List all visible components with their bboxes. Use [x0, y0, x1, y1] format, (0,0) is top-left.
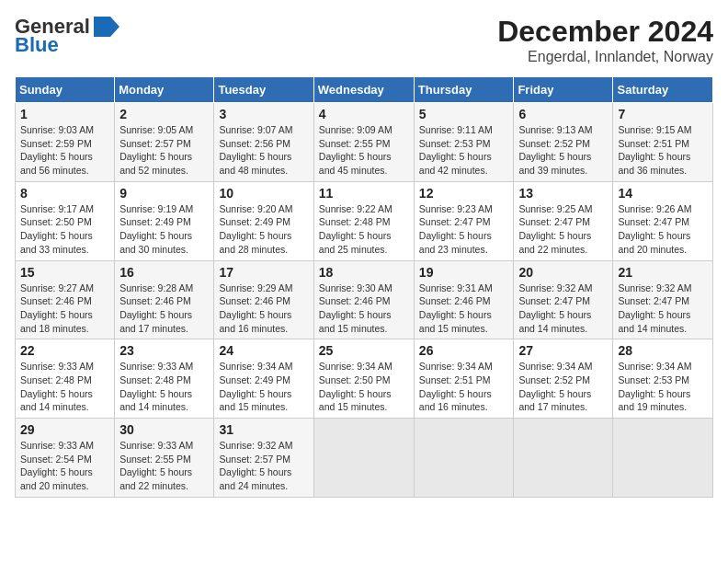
- calendar-day-cell: 2Sunrise: 9:05 AM Sunset: 2:57 PM Daylig…: [115, 103, 214, 182]
- calendar-day-cell: 16Sunrise: 9:28 AM Sunset: 2:46 PM Dayli…: [115, 260, 214, 339]
- day-number: 5: [419, 107, 509, 121]
- day-info: Sunrise: 9:33 AM Sunset: 2:48 PM Dayligh…: [119, 360, 209, 414]
- logo-arrow-icon: [94, 17, 119, 37]
- title-block: December 2024 Engerdal, Innlandet, Norwa…: [497, 15, 713, 65]
- day-info: Sunrise: 9:34 AM Sunset: 2:51 PM Dayligh…: [419, 360, 509, 414]
- day-number: 6: [518, 107, 608, 121]
- day-number: 22: [20, 343, 109, 358]
- weekday-header: Tuesday: [214, 77, 313, 103]
- calendar-day-cell: 7Sunrise: 9:15 AM Sunset: 2:51 PM Daylig…: [613, 103, 713, 182]
- day-number: 16: [119, 265, 209, 280]
- day-number: 4: [319, 107, 409, 121]
- calendar-day-cell: 23Sunrise: 9:33 AM Sunset: 2:48 PM Dayli…: [115, 339, 214, 419]
- calendar-day-cell: 21Sunrise: 9:32 AM Sunset: 2:47 PM Dayli…: [613, 260, 713, 339]
- calendar-day-cell: [414, 419, 514, 498]
- calendar-day-cell: 15Sunrise: 9:27 AM Sunset: 2:46 PM Dayli…: [16, 260, 115, 339]
- day-number: 28: [618, 343, 708, 358]
- day-info: Sunrise: 9:07 AM Sunset: 2:56 PM Dayligh…: [219, 123, 308, 178]
- day-number: 31: [219, 422, 308, 437]
- calendar-day-cell: 22Sunrise: 9:33 AM Sunset: 2:48 PM Dayli…: [16, 339, 115, 419]
- calendar-day-cell: [613, 419, 713, 498]
- day-info: Sunrise: 9:17 AM Sunset: 2:50 PM Dayligh…: [20, 202, 109, 257]
- day-number: 2: [119, 107, 209, 121]
- day-number: 14: [618, 186, 708, 201]
- calendar-week-row: 22Sunrise: 9:33 AM Sunset: 2:48 PM Dayli…: [16, 339, 713, 419]
- calendar-day-cell: 27Sunrise: 9:34 AM Sunset: 2:52 PM Dayli…: [514, 339, 613, 419]
- day-number: 13: [518, 186, 608, 201]
- day-info: Sunrise: 9:15 AM Sunset: 2:51 PM Dayligh…: [618, 123, 708, 178]
- day-info: Sunrise: 9:32 AM Sunset: 2:57 PM Dayligh…: [219, 439, 308, 493]
- calendar-header: SundayMondayTuesdayWednesdayThursdayFrid…: [16, 77, 713, 103]
- day-number: 27: [518, 343, 608, 358]
- calendar-day-cell: 30Sunrise: 9:33 AM Sunset: 2:55 PM Dayli…: [115, 419, 214, 498]
- day-info: Sunrise: 9:11 AM Sunset: 2:53 PM Dayligh…: [419, 123, 509, 178]
- calendar-day-cell: 3Sunrise: 9:07 AM Sunset: 2:56 PM Daylig…: [214, 103, 313, 182]
- calendar-day-cell: 19Sunrise: 9:31 AM Sunset: 2:46 PM Dayli…: [414, 260, 514, 339]
- calendar-day-cell: [313, 419, 414, 498]
- day-number: 1: [20, 107, 109, 121]
- calendar-day-cell: 25Sunrise: 9:34 AM Sunset: 2:50 PM Dayli…: [313, 339, 414, 419]
- day-info: Sunrise: 9:34 AM Sunset: 2:49 PM Dayligh…: [219, 360, 308, 414]
- weekday-header: Friday: [514, 77, 613, 103]
- day-info: Sunrise: 9:33 AM Sunset: 2:55 PM Dayligh…: [119, 439, 209, 493]
- calendar-week-row: 29Sunrise: 9:33 AM Sunset: 2:54 PM Dayli…: [16, 419, 713, 498]
- day-info: Sunrise: 9:23 AM Sunset: 2:47 PM Dayligh…: [419, 202, 509, 257]
- weekday-header: Saturday: [613, 77, 713, 103]
- weekday-header: Monday: [115, 77, 214, 103]
- day-number: 18: [319, 265, 409, 280]
- logo: General Blue: [15, 15, 119, 57]
- calendar-day-cell: 8Sunrise: 9:17 AM Sunset: 2:50 PM Daylig…: [16, 181, 115, 260]
- calendar-day-cell: 1Sunrise: 9:03 AM Sunset: 2:59 PM Daylig…: [16, 103, 115, 182]
- calendar-day-cell: 17Sunrise: 9:29 AM Sunset: 2:46 PM Dayli…: [214, 260, 313, 339]
- calendar-day-cell: 24Sunrise: 9:34 AM Sunset: 2:49 PM Dayli…: [214, 339, 313, 419]
- calendar-day-cell: 9Sunrise: 9:19 AM Sunset: 2:49 PM Daylig…: [115, 181, 214, 260]
- calendar-day-cell: 31Sunrise: 9:32 AM Sunset: 2:57 PM Dayli…: [214, 419, 313, 498]
- day-number: 15: [20, 265, 109, 280]
- day-number: 12: [419, 186, 509, 201]
- day-info: Sunrise: 9:03 AM Sunset: 2:59 PM Dayligh…: [20, 123, 109, 178]
- day-info: Sunrise: 9:28 AM Sunset: 2:46 PM Dayligh…: [119, 282, 209, 336]
- day-number: 19: [419, 265, 509, 280]
- calendar-day-cell: 11Sunrise: 9:22 AM Sunset: 2:48 PM Dayli…: [313, 181, 414, 260]
- day-number: 24: [219, 343, 308, 358]
- day-info: Sunrise: 9:33 AM Sunset: 2:54 PM Dayligh…: [20, 439, 109, 493]
- page-subtitle: Engerdal, Innlandet, Norway: [497, 49, 713, 65]
- day-number: 20: [518, 265, 608, 280]
- weekday-header: Wednesday: [313, 77, 414, 103]
- day-number: 29: [20, 422, 109, 437]
- day-info: Sunrise: 9:34 AM Sunset: 2:53 PM Dayligh…: [618, 360, 708, 414]
- day-number: 17: [219, 265, 308, 280]
- calendar-day-cell: 5Sunrise: 9:11 AM Sunset: 2:53 PM Daylig…: [414, 103, 514, 182]
- page-title: December 2024: [497, 15, 713, 49]
- day-info: Sunrise: 9:32 AM Sunset: 2:47 PM Dayligh…: [618, 282, 708, 336]
- day-info: Sunrise: 9:31 AM Sunset: 2:46 PM Dayligh…: [419, 282, 509, 336]
- calendar-week-row: 8Sunrise: 9:17 AM Sunset: 2:50 PM Daylig…: [16, 181, 713, 260]
- weekday-header: Thursday: [414, 77, 514, 103]
- day-info: Sunrise: 9:30 AM Sunset: 2:46 PM Dayligh…: [319, 282, 409, 336]
- day-number: 25: [319, 343, 409, 358]
- calendar-table: SundayMondayTuesdayWednesdayThursdayFrid…: [15, 76, 713, 498]
- calendar-day-cell: 26Sunrise: 9:34 AM Sunset: 2:51 PM Dayli…: [414, 339, 514, 419]
- calendar-day-cell: 10Sunrise: 9:20 AM Sunset: 2:49 PM Dayli…: [214, 181, 313, 260]
- calendar-day-cell: 13Sunrise: 9:25 AM Sunset: 2:47 PM Dayli…: [514, 181, 613, 260]
- day-number: 21: [618, 265, 708, 280]
- day-info: Sunrise: 9:19 AM Sunset: 2:49 PM Dayligh…: [119, 202, 209, 257]
- calendar-day-cell: 20Sunrise: 9:32 AM Sunset: 2:47 PM Dayli…: [514, 260, 613, 339]
- calendar-day-cell: 4Sunrise: 9:09 AM Sunset: 2:55 PM Daylig…: [313, 103, 414, 182]
- day-number: 30: [119, 422, 209, 437]
- day-number: 3: [219, 107, 308, 121]
- day-info: Sunrise: 9:33 AM Sunset: 2:48 PM Dayligh…: [20, 360, 109, 414]
- logo-text-blue: Blue: [15, 33, 59, 57]
- svg-marker-0: [94, 17, 119, 37]
- calendar-day-cell: 6Sunrise: 9:13 AM Sunset: 2:52 PM Daylig…: [514, 103, 613, 182]
- calendar-day-cell: 29Sunrise: 9:33 AM Sunset: 2:54 PM Dayli…: [16, 419, 115, 498]
- calendar-day-cell: 12Sunrise: 9:23 AM Sunset: 2:47 PM Dayli…: [414, 181, 514, 260]
- day-number: 9: [119, 186, 209, 201]
- day-info: Sunrise: 9:29 AM Sunset: 2:46 PM Dayligh…: [219, 282, 308, 336]
- day-info: Sunrise: 9:27 AM Sunset: 2:46 PM Dayligh…: [20, 282, 109, 336]
- day-info: Sunrise: 9:20 AM Sunset: 2:49 PM Dayligh…: [219, 202, 308, 257]
- day-info: Sunrise: 9:32 AM Sunset: 2:47 PM Dayligh…: [518, 282, 608, 336]
- day-info: Sunrise: 9:09 AM Sunset: 2:55 PM Dayligh…: [319, 123, 409, 178]
- day-info: Sunrise: 9:34 AM Sunset: 2:50 PM Dayligh…: [319, 360, 409, 414]
- day-number: 7: [618, 107, 708, 121]
